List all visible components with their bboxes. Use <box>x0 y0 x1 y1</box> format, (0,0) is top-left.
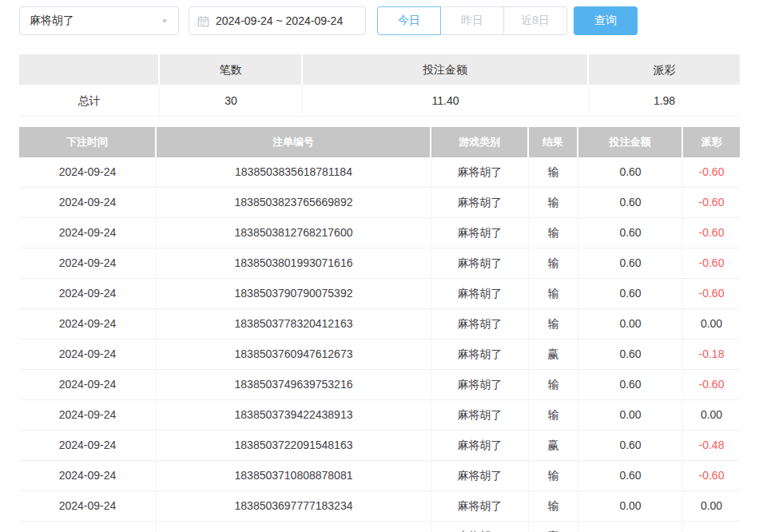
cell-result: 输 <box>529 461 578 491</box>
cell-game: 麻将胡了 <box>431 309 529 339</box>
cell-result: 输 <box>529 157 578 188</box>
table-row: 2024-09-24 1838503722091548163 麻将胡了 赢 0.… <box>19 431 740 461</box>
table-row: 2024-09-24 1838503749639753216 麻将胡了 输 0.… <box>19 370 740 400</box>
cell-bet-time <box>19 522 157 532</box>
cell-result: 输 <box>529 248 578 279</box>
table-row: 2024-09-24 1838503697777183234 麻将胡了 输 0.… <box>19 491 740 522</box>
cell-bet-time: 2024-09-24 <box>19 461 157 491</box>
col-header-game: 游戏类别 <box>431 127 529 157</box>
cell-result: 输 <box>529 188 578 218</box>
cell-result: 输 <box>529 218 578 248</box>
quick-filter-group: 今日 昨日 近8日 <box>377 6 567 35</box>
cell-order-id: 1838503801993071616 <box>157 248 431 279</box>
cell-game: 麻将胡了 <box>431 157 529 188</box>
summary-total-label: 总计 <box>19 85 160 117</box>
col-header-bet-amount: 投注金额 <box>578 127 683 157</box>
bet-table: 下注时间 注单编号 游戏类别 结果 投注金额 派彩 2024-09-24 183… <box>19 127 740 532</box>
summary-total-row: 总计 30 11.40 1.98 <box>19 85 740 117</box>
cell-game: 麻将胡了 <box>431 188 529 218</box>
summary-total-count: 30 <box>160 85 303 117</box>
cell-payout: -0.60 <box>683 218 740 248</box>
table-row: 2024-09-24 1838503760947612673 麻将胡了 赢 0.… <box>19 339 740 370</box>
cell-order-id: 1838503790790075392 <box>157 279 431 309</box>
cell-payout: -0.60 <box>683 370 740 400</box>
col-header-result: 结果 <box>529 127 578 157</box>
cell-payout <box>683 522 740 532</box>
cell-game: 麻将胡了 <box>431 522 529 532</box>
query-button[interactable]: 查询 <box>574 6 638 35</box>
cell-bet-amount: 0.00 <box>578 400 683 431</box>
game-select[interactable]: 麻将胡了 ▼ <box>19 6 179 35</box>
cell-result: 输 <box>529 400 578 431</box>
cell-game: 麻将胡了 <box>431 248 529 279</box>
toolbar: 麻将胡了 ▼ 2024-09-24 ~ 2024-09-24 今日 昨日 近8日… <box>19 6 740 35</box>
cell-order-id: 1838503760947612673 <box>157 339 431 370</box>
cell-game: 麻将胡了 <box>431 339 529 370</box>
cell-bet-time: 2024-09-24 <box>19 400 157 431</box>
cell-payout: -0.18 <box>683 339 740 370</box>
date-range-value: 2024-09-24 ~ 2024-09-24 <box>216 14 343 27</box>
bet-table-header-row: 下注时间 注单编号 游戏类别 结果 投注金额 派彩 <box>19 127 740 157</box>
cell-result: 赢 <box>529 522 578 532</box>
cell-result: 输 <box>529 491 578 522</box>
summary-total-payout: 1.98 <box>589 85 740 117</box>
cell-game: 麻将胡了 <box>431 370 529 400</box>
cell-game: 麻将胡了 <box>431 279 529 309</box>
summary-header-row: 笔数 投注金额 派彩 <box>19 54 740 85</box>
cell-bet-time: 2024-09-24 <box>19 370 157 400</box>
col-header-payout: 派彩 <box>683 127 740 157</box>
quick-filter-last8days[interactable]: 近8日 <box>503 6 567 35</box>
cell-bet-time: 2024-09-24 <box>19 431 157 461</box>
summary-total-bet-amount: 11.40 <box>303 85 589 117</box>
cell-result: 赢 <box>529 339 578 370</box>
calendar-icon <box>197 15 209 27</box>
table-row: 2024-09-24 1838503790790075392 麻将胡了 输 0.… <box>19 279 740 309</box>
summary-header-blank <box>19 54 160 85</box>
cell-game: 麻将胡了 <box>431 218 529 248</box>
summary-header-count: 笔数 <box>160 54 303 85</box>
cell-payout: -0.60 <box>683 157 740 188</box>
cell-bet-time: 2024-09-24 <box>19 309 157 339</box>
cell-bet-time: 2024-09-24 <box>19 491 157 522</box>
cell-bet-amount: 0.60 <box>578 188 683 218</box>
summary-table: 笔数 投注金额 派彩 总计 30 11.40 1.98 <box>19 54 740 117</box>
table-row: 2024-09-24 1838503710808878081 麻将胡了 输 0.… <box>19 461 740 491</box>
cell-payout: -0.60 <box>683 279 740 309</box>
cell-payout: 0.00 <box>683 400 740 431</box>
cell-payout: -0.60 <box>683 188 740 218</box>
cell-order-id: 1838503710808878081 <box>157 461 431 491</box>
table-row: 2024-09-24 1838503835618781184 麻将胡了 输 0.… <box>19 157 740 188</box>
date-range-picker[interactable]: 2024-09-24 ~ 2024-09-24 <box>189 6 366 35</box>
cell-payout: -0.60 <box>683 248 740 279</box>
cell-order-id: 1838503778320412163 <box>157 309 431 339</box>
cell-order-id: 1838503722091548163 <box>157 431 431 461</box>
quick-filter-today[interactable]: 今日 <box>377 6 441 35</box>
cell-payout: -0.60 <box>683 461 740 491</box>
cell-order-id: 1838503697777183234 <box>157 491 431 522</box>
chevron-down-icon: ▼ <box>161 18 169 25</box>
cell-game: 麻将胡了 <box>431 400 529 431</box>
cell-order-id: 1838503739422438913 <box>157 400 431 431</box>
quick-filter-yesterday[interactable]: 昨日 <box>440 6 504 35</box>
cell-result: 输 <box>529 279 578 309</box>
cell-bet-amount: 0.60 <box>578 431 683 461</box>
summary-header-payout: 派彩 <box>589 54 740 85</box>
table-row: 麻将胡了 赢 <box>19 522 740 532</box>
cell-bet-amount: 0.00 <box>578 309 683 339</box>
cell-bet-time: 2024-09-24 <box>19 188 157 218</box>
cell-bet-amount: 0.60 <box>578 370 683 400</box>
cell-bet-amount: 0.60 <box>578 279 683 309</box>
game-select-value: 麻将胡了 <box>30 14 74 28</box>
cell-game: 麻将胡了 <box>431 461 529 491</box>
cell-bet-amount: 0.60 <box>578 339 683 370</box>
cell-order-id: 1838503823765669892 <box>157 188 431 218</box>
cell-bet-time: 2024-09-24 <box>19 279 157 309</box>
cell-payout: 0.00 <box>683 491 740 522</box>
cell-bet-amount: 0.60 <box>578 157 683 188</box>
cell-payout: 0.00 <box>683 309 740 339</box>
cell-bet-amount: 0.00 <box>578 491 683 522</box>
col-header-bet-time: 下注时间 <box>19 127 157 157</box>
table-row: 2024-09-24 1838503778320412163 麻将胡了 输 0.… <box>19 309 740 339</box>
cell-result: 赢 <box>529 431 578 461</box>
bet-table-body: 2024-09-24 1838503835618781184 麻将胡了 输 0.… <box>19 157 740 532</box>
